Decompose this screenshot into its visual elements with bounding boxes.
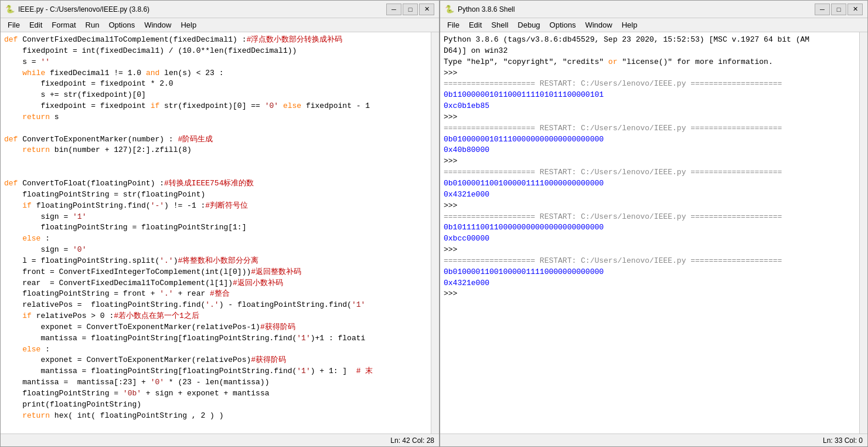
editor-title: IEEE.py - C:/Users/lenovo/IEEE.py (3.8.6… bbox=[18, 5, 386, 13]
editor-title-bar: 🐍 IEEE.py - C:/Users/lenovo/IEEE.py (3.8… bbox=[1, 1, 439, 18]
menu-file[interactable]: File bbox=[3, 19, 25, 31]
shell-menu-window[interactable]: Window bbox=[580, 19, 617, 31]
editor-icon: 🐍 bbox=[5, 5, 15, 14]
editor-scrollbar[interactable] bbox=[431, 32, 439, 434]
shell-icon: 🐍 bbox=[445, 5, 454, 14]
menu-format[interactable]: Format bbox=[47, 19, 80, 31]
minimize-button[interactable]: ─ bbox=[386, 4, 401, 15]
editor-status-bar: Ln: 42 Col: 28 bbox=[1, 434, 439, 446]
editor-window: 🐍 IEEE.py - C:/Users/lenovo/IEEE.py (3.8… bbox=[0, 0, 440, 447]
shell-window: 🐍 Python 3.8.6 Shell ─ □ ✕ File Edit She… bbox=[440, 0, 868, 447]
editor-window-controls: ─ □ ✕ bbox=[386, 4, 434, 15]
shell-window-controls: ─ □ ✕ bbox=[815, 4, 863, 15]
shell-status-bar: Ln: 33 Col: 0 bbox=[440, 434, 867, 446]
shell-menu-shell[interactable]: Shell bbox=[486, 19, 513, 31]
shell-maximize-button[interactable]: □ bbox=[831, 4, 846, 15]
shell-close-button[interactable]: ✕ bbox=[847, 4, 863, 15]
editor-status-text: Ln: 42 Col: 28 bbox=[390, 436, 434, 445]
code-editor-area[interactable]: def ConvertFixedDecimal1ToComplement(fix… bbox=[1, 32, 439, 434]
shell-menu-edit[interactable]: Edit bbox=[464, 19, 486, 31]
menu-options[interactable]: Options bbox=[104, 19, 139, 31]
shell-menu-file[interactable]: File bbox=[442, 19, 464, 31]
editor-menu-bar: File Edit Format Run Options Window Help bbox=[1, 18, 439, 32]
shell-menu-debug[interactable]: Debug bbox=[513, 19, 544, 31]
shell-output-area[interactable]: Python 3.8.6 (tags/v3.8.6:db45529, Sep 2… bbox=[440, 32, 867, 434]
shell-scrollbar[interactable] bbox=[859, 32, 867, 434]
shell-status-text: Ln: 33 Col: 0 bbox=[823, 436, 863, 445]
shell-menu-options[interactable]: Options bbox=[545, 19, 581, 31]
shell-menu-help[interactable]: Help bbox=[617, 19, 642, 31]
shell-menu-bar: File Edit Shell Debug Options Window Hel… bbox=[440, 18, 867, 32]
shell-title-bar: 🐍 Python 3.8.6 Shell ─ □ ✕ bbox=[440, 1, 867, 18]
close-button[interactable]: ✕ bbox=[419, 4, 434, 15]
shell-minimize-button[interactable]: ─ bbox=[815, 4, 830, 15]
menu-run[interactable]: Run bbox=[81, 19, 104, 31]
menu-edit[interactable]: Edit bbox=[25, 19, 47, 31]
code-content[interactable]: def ConvertFixedDecimal1ToComplement(fix… bbox=[1, 32, 439, 434]
maximize-button[interactable]: □ bbox=[403, 4, 418, 15]
menu-help[interactable]: Help bbox=[176, 19, 201, 31]
shell-title: Python 3.8.6 Shell bbox=[458, 5, 815, 13]
shell-content[interactable]: Python 3.8.6 (tags/v3.8.6:db45529, Sep 2… bbox=[440, 32, 867, 434]
menu-window[interactable]: Window bbox=[139, 19, 176, 31]
